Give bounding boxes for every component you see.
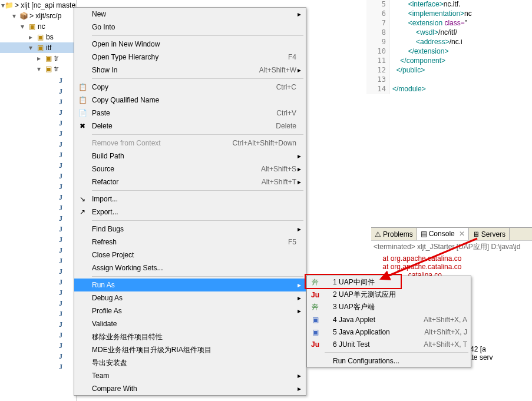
- menu-item-paste[interactable]: 📄PasteCtrl+V: [74, 107, 306, 120]
- line-number: 11: [366, 57, 389, 66]
- menu-item-run-as[interactable]: Run As▸: [74, 279, 306, 291]
- tree-label: bs: [46, 33, 54, 41]
- close-icon[interactable]: ✕: [459, 230, 465, 238]
- line-number: 12: [366, 66, 389, 75]
- menu-accelerator: Alt+Shift+W: [259, 66, 296, 74]
- line-number: 7: [366, 19, 389, 28]
- java-file-icon: J: [59, 225, 62, 233]
- submenu-item-2[interactable]: Ju2 UAP单元测试应用: [307, 289, 471, 301]
- submenu-item-3[interactable]: 奔3 UAP客户端: [307, 301, 471, 313]
- run-as-submenu[interactable]: 奔1 UAP中间件Ju2 UAP单元测试应用奔3 UAP客户端▣4 Java A…: [306, 276, 471, 367]
- code-line[interactable]: </component>: [392, 57, 472, 66]
- menu-label: Import...: [92, 195, 296, 203]
- tree-pkg-bs[interactable]: ▸ ▣ bs: [0, 32, 76, 42]
- view-tabs[interactable]: ⚠Problems▤Console✕🖥Servers: [371, 228, 532, 241]
- tab-servers[interactable]: 🖥Servers: [469, 228, 510, 240]
- tree-pkg-nc[interactable]: ▾ ▣ nc: [0, 21, 76, 32]
- menu-item-[interactable]: 导出安装盘: [74, 356, 306, 369]
- menu-item-[interactable]: 移除业务组件项目特性: [74, 330, 306, 343]
- menu-item-import[interactable]: ↘Import...: [74, 193, 306, 206]
- menu-label: Open Type Hierarchy: [92, 53, 282, 61]
- menu-item-build-path[interactable]: Build Path▸: [74, 150, 306, 163]
- java-file-icon: J: [59, 151, 62, 159]
- code-line[interactable]: <interface>nc.itf.: [392, 0, 472, 9]
- java-file-icon: J: [59, 331, 62, 339]
- menu-item-close-project[interactable]: Close Project: [74, 248, 306, 261]
- package-explorer[interactable]: ▾ 📁 > xljt [nc_api master] ▾ 📦 > xljt/sr…: [0, 0, 77, 401]
- menu-item-remove-from-context[interactable]: Remove from ContextCtrl+Alt+Shift+Down: [74, 137, 306, 150]
- menu-item-team[interactable]: Team▸: [74, 369, 306, 382]
- chevron-right-icon: ▸: [296, 225, 302, 233]
- menu-item-mde-ria[interactable]: MDE业务组件项目升级为RIA组件项目: [74, 343, 306, 356]
- menu-item-find-bugs[interactable]: Find Bugs▸: [74, 223, 306, 236]
- tree-project[interactable]: ▾ 📁 > xljt [nc_api master]: [0, 0, 76, 11]
- tree-label: > xljt [nc_api master]: [15, 1, 77, 9]
- java-file-icon: J: [59, 320, 62, 329]
- context-menu[interactable]: New▸Go IntoOpen in New WindowOpen Type H…: [74, 7, 306, 396]
- menu-label: Close Project: [92, 251, 296, 259]
- menu-icon: 📄: [77, 109, 88, 117]
- tree-src[interactable]: ▾ 📦 > xljt/src/p: [0, 11, 76, 21]
- menu-icon: 📋: [77, 96, 88, 104]
- menu-label: Debug As: [92, 294, 296, 302]
- menu-item-refresh[interactable]: RefreshF5: [74, 236, 306, 248]
- menu-item-open-in-new-window[interactable]: Open in New Window: [74, 38, 306, 51]
- code-line[interactable]: </public>: [392, 66, 472, 75]
- expand-icon[interactable]: ▾: [26, 44, 35, 52]
- code-line[interactable]: </module>: [392, 85, 472, 94]
- code-line[interactable]: <extension class=": [392, 19, 472, 28]
- tree-pkg-itf[interactable]: ▾ ▣ itf: [0, 42, 76, 53]
- editor[interactable]: 567891011121314 <interface>nc.itf. <impl…: [366, 0, 532, 224]
- tab-console[interactable]: ▤Console✕: [417, 228, 469, 240]
- project-icon: 📁: [5, 1, 14, 10]
- menu-label: Source: [92, 165, 255, 173]
- submenu-item-5[interactable]: ▣5 Java ApplicationAlt+Shift+X, J: [307, 326, 471, 338]
- menu-item-source[interactable]: SourceAlt+Shift+S▸: [74, 163, 306, 175]
- menu-item-copy-qualified-name[interactable]: 📋Copy Qualified Name: [74, 94, 306, 107]
- submenu-item-cfg[interactable]: Run Configurations...: [307, 354, 471, 367]
- tab-problems[interactable]: ⚠Problems: [371, 228, 417, 240]
- code-line[interactable]: <address>/nc.i: [392, 38, 472, 47]
- menu-item-debug-as[interactable]: Debug As▸: [74, 291, 306, 304]
- java-file-icon: J: [59, 214, 62, 223]
- submenu-item-6[interactable]: Ju6 JUnit TestAlt+Shift+X, T: [307, 338, 471, 350]
- code-line[interactable]: </extension>: [392, 47, 472, 57]
- code-line[interactable]: [392, 75, 472, 85]
- tree-pkg-tr1[interactable]: ▸ ▣ tr: [0, 53, 76, 64]
- problems-icon: ⚠: [375, 230, 381, 238]
- menu-item-refactor[interactable]: RefactorAlt+Shift+T▸: [74, 175, 306, 188]
- menu-item-go-into[interactable]: Go Into: [74, 21, 306, 34]
- menu-accelerator: Alt+Shift+X, A: [424, 316, 467, 324]
- menu-item-copy[interactable]: 📋CopyCtrl+C: [74, 81, 306, 94]
- menu-item-delete[interactable]: ✖DeleteDelete: [74, 120, 306, 132]
- code-line[interactable]: <implementation>nc: [392, 9, 472, 19]
- chevron-right-icon: ▸: [296, 385, 302, 393]
- menu-separator: [325, 352, 468, 353]
- expand-icon[interactable]: ▾: [34, 65, 44, 73]
- code-line[interactable]: <wsdl>/nc/itf/: [392, 28, 472, 38]
- console-icon: ▤: [421, 230, 427, 238]
- menu-item-profile-as[interactable]: Profile As▸: [74, 304, 306, 317]
- submenu-item-1[interactable]: 奔1 UAP中间件: [307, 276, 471, 289]
- menu-item-validate[interactable]: Validate: [74, 317, 306, 330]
- menu-item-compare-with[interactable]: Compare With▸: [74, 382, 306, 395]
- java-file-icon: J: [59, 183, 62, 191]
- editor-gutter: 567891011121314: [366, 0, 390, 94]
- expand-icon[interactable]: ▾: [18, 22, 27, 31]
- menu-item-show-in[interactable]: Show InAlt+Shift+W▸: [74, 64, 306, 77]
- expand-icon[interactable]: ▾: [9, 12, 19, 20]
- menu-item-assign-working-sets[interactable]: Assign Working Sets...: [74, 261, 306, 274]
- expand-icon[interactable]: ▸: [34, 54, 44, 62]
- editor-code[interactable]: <interface>nc.itf. <implementation>nc <e…: [392, 0, 472, 94]
- console-header: <terminated> xljt_JStarter [UAP应用] D:\ja…: [371, 241, 532, 253]
- menu-item-open-type-hierarchy[interactable]: Open Type HierarchyF4: [74, 51, 306, 64]
- tree-pkg-tr2[interactable]: ▾ ▣ tr: [0, 64, 76, 74]
- menu-item-export[interactable]: ↗Export...: [74, 206, 306, 218]
- expand-icon[interactable]: ▸: [26, 33, 35, 41]
- package-icon: ▣: [44, 64, 53, 74]
- menu-label: Refresh: [92, 238, 282, 246]
- package-icon: ▣: [44, 54, 53, 63]
- java-file-icon: J: [59, 342, 62, 350]
- submenu-item-4[interactable]: ▣4 Java AppletAlt+Shift+X, A: [307, 313, 471, 326]
- menu-item-new[interactable]: New▸: [74, 8, 306, 21]
